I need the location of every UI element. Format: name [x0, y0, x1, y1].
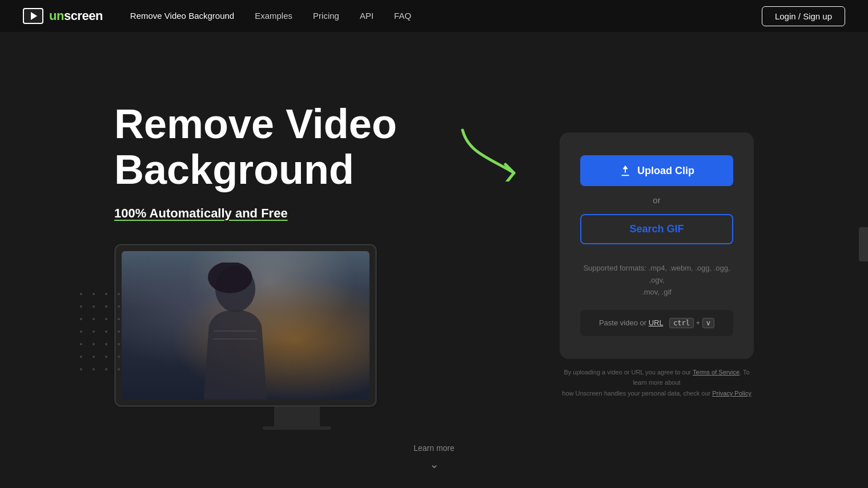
paste-section: Paste video or URL ctrl + v: [580, 310, 733, 336]
supported-formats-line1: Supported formats: .mp4, .webm, .ogg, .o…: [583, 264, 730, 284]
nav-faq[interactable]: FAQ: [394, 11, 411, 21]
subtitle-prefix: 100% Automatically and: [114, 206, 261, 220]
login-button[interactable]: Login / Sign up: [762, 6, 845, 26]
hero-subtitle: 100% Automatically and Free: [114, 206, 480, 221]
legal-text2: how Unscreen handles your personal data,…: [562, 390, 712, 397]
navbar: unscreen Remove Video Background Example…: [0, 0, 868, 32]
learn-more[interactable]: Learn more ⌄: [413, 443, 455, 471]
supported-formats: Supported formats: .mp4, .webm, .ogg, .o…: [580, 263, 733, 298]
upload-card-wrapper: Upload Clip or Search GIF Supported form…: [560, 132, 754, 398]
legal-text: By uploading a video or URL you agree to…: [560, 367, 754, 399]
search-gif-button[interactable]: Search GIF: [580, 214, 733, 244]
monitor-container: [114, 244, 480, 430]
supported-formats-line2: .mov, .gif: [642, 288, 672, 296]
monitor-stand: [274, 407, 320, 430]
main-content: Remove Video Background 100% Automatical…: [0, 0, 868, 488]
hero-title-line1: Remove Video: [114, 101, 397, 147]
hero-section: Remove Video Background 100% Automatical…: [91, 67, 777, 452]
person-silhouette: [184, 263, 287, 400]
nav-api[interactable]: API: [360, 11, 373, 21]
nav-links: Remove Video Background Examples Pricing…: [130, 11, 411, 21]
chevron-down-icon: ⌄: [429, 457, 439, 471]
privacy-link[interactable]: Privacy Policy: [712, 390, 751, 397]
logo-icon: [23, 8, 43, 24]
tos-link[interactable]: Terms of Service: [693, 369, 740, 376]
logo-text: unscreen: [49, 9, 103, 23]
hero-title: Remove Video Background: [114, 102, 480, 192]
paste-text: Paste video or: [599, 318, 649, 327]
upload-card: Upload Clip or Search GIF Supported form…: [560, 132, 754, 358]
plus-sign: +: [696, 318, 702, 327]
hero-title-line2: Background: [114, 147, 354, 192]
right-edge-tab: [859, 227, 868, 261]
hero-left: Remove Video Background 100% Automatical…: [114, 102, 480, 429]
ctrl-key: ctrl: [669, 318, 694, 328]
arrow-decoration: [457, 124, 525, 182]
monitor-screen: [122, 251, 369, 400]
logo[interactable]: unscreen: [23, 8, 103, 24]
monitor-frame: [114, 244, 377, 407]
upload-icon: [619, 164, 632, 177]
nav-examples[interactable]: Examples: [255, 11, 292, 21]
subtitle-free: Free: [261, 206, 287, 220]
upload-btn-label: Upload Clip: [637, 165, 694, 177]
or-text: or: [580, 195, 733, 205]
logo-un: un: [49, 9, 64, 23]
v-key: v: [702, 318, 714, 328]
svg-point-1: [208, 263, 252, 293]
logo-screen: screen: [64, 9, 103, 23]
nav-remove-video-bg[interactable]: Remove Video Background: [130, 11, 234, 21]
legal-prefix: By uploading a video or URL you agree to…: [564, 369, 693, 376]
learn-more-label: Learn more: [413, 443, 455, 453]
upload-clip-button[interactable]: Upload Clip: [580, 155, 733, 186]
nav-pricing[interactable]: Pricing: [313, 11, 339, 21]
paste-url-link[interactable]: URL: [649, 318, 664, 327]
